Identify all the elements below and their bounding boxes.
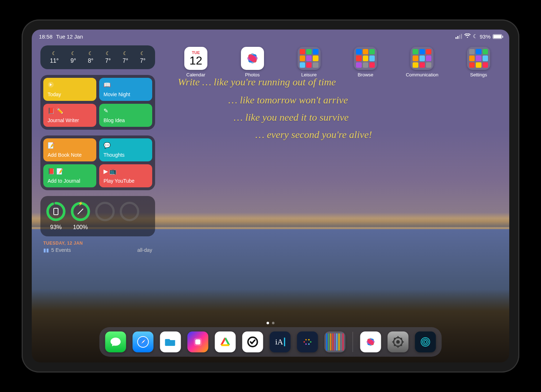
- weather-widget[interactable]: ☾11° ☾9° ☾8° ☾7° ☾7° ☾7°: [40, 45, 155, 69]
- note-icon: 📝: [48, 142, 92, 149]
- run-icon: [48, 81, 92, 88]
- moon-icon: ☾: [105, 50, 111, 56]
- dock-app-agenda[interactable]: [215, 331, 236, 352]
- folder-browse[interactable]: Browse: [349, 47, 382, 77]
- svg-point-35: [396, 340, 400, 344]
- handwriting-line: … every second you're alive!: [255, 129, 372, 141]
- handwriting-line: Write … like you're running out of time: [178, 76, 336, 88]
- shortcut-thoughts[interactable]: 💬 Thoughts: [99, 138, 152, 161]
- shortcut-label: Play YouTube: [104, 178, 148, 184]
- shortcut-label: Blog Idea: [104, 117, 148, 123]
- shortcut-movie-night[interactable]: 📖 Movie Night: [99, 78, 152, 101]
- shortcut-journal-writer[interactable]: 📕 ✏️ Journal Writer: [43, 104, 96, 127]
- weather-hour: ☾9°: [71, 50, 76, 64]
- svg-point-2: [48, 203, 64, 220]
- shortcut-blog-idea[interactable]: ✎ Blog Idea: [99, 104, 152, 127]
- shortcut-label: Thoughts: [104, 152, 148, 158]
- shortcut-label: Today: [48, 92, 92, 97]
- dock-app-ia-writer[interactable]: iA: [270, 331, 291, 352]
- svg-point-46: [424, 340, 427, 343]
- weather-temp: 7°: [140, 58, 145, 64]
- weather-hour: ☾11°: [50, 50, 58, 64]
- folder-icon: [354, 47, 377, 70]
- dock-recent-touchid[interactable]: [415, 331, 436, 352]
- journal-icon: 📕 📝: [48, 168, 92, 175]
- weather-hour: ☾7°: [140, 50, 145, 64]
- dnd-moon-icon: ☾: [473, 33, 478, 40]
- dock-divider: [353, 332, 353, 352]
- folder-leisure[interactable]: Leisure: [293, 47, 325, 77]
- battery-icon: [493, 34, 502, 39]
- app-photos[interactable]: Photos: [236, 47, 269, 77]
- shortcut-label: Movie Night: [104, 92, 148, 97]
- weather-temp: 11°: [50, 58, 58, 64]
- weather-temp: 7°: [105, 58, 111, 64]
- weather-hour: ☾7°: [105, 50, 111, 64]
- shortcuts-widget: 📝 Add Book Note 💬 Thoughts 📕 📝 Add to Jo…: [40, 135, 155, 190]
- moon-icon: ☾: [140, 50, 145, 56]
- app-label: Photos: [236, 72, 269, 77]
- moon-icon: ☾: [50, 50, 58, 56]
- wifi-icon: [464, 34, 471, 40]
- battery-device-empty: [95, 202, 115, 224]
- svg-point-22: [308, 339, 310, 340]
- home-screen[interactable]: Write … like you're running out of time …: [32, 30, 509, 362]
- weather-temp: 7°: [123, 58, 128, 64]
- svg-point-21: [305, 339, 307, 340]
- book-icon: 📕 ✏️: [48, 107, 92, 114]
- dock-folder[interactable]: [325, 331, 346, 352]
- weather-temp: 8°: [88, 58, 93, 64]
- status-date: Tue 12 Jan: [56, 34, 83, 40]
- svg-point-25: [305, 343, 307, 345]
- moon-icon: ☾: [88, 50, 93, 56]
- folder-icon: [467, 47, 490, 70]
- calendar-allday: all-day: [137, 247, 152, 253]
- battery-percent-label: 93%: [46, 224, 66, 231]
- dock-app-omnifocus[interactable]: [242, 331, 263, 352]
- app-calendar[interactable]: TUE 12 Calendar: [180, 47, 212, 77]
- shortcut-label: Journal Writer: [48, 117, 92, 123]
- edit-icon: ✎: [104, 107, 148, 114]
- dock: iA: [100, 327, 442, 357]
- batteries-widget[interactable]: 93% ⚡ 100%: [40, 196, 155, 236]
- page-indicator[interactable]: [267, 322, 274, 324]
- photos-icon: [241, 47, 264, 70]
- svg-rect-3: [54, 208, 58, 215]
- app-label: Communication: [406, 72, 438, 77]
- svg-point-20: [304, 341, 305, 343]
- page-dot: [272, 322, 274, 324]
- shortcut-label: Add to Journal: [48, 178, 92, 184]
- dock-app-shortcuts[interactable]: [188, 331, 208, 352]
- svg-text:⚡: ⚡: [78, 202, 83, 206]
- app-label: Leisure: [293, 72, 325, 77]
- shortcut-label: Add Book Note: [48, 152, 92, 158]
- weather-hour: ☾7°: [123, 50, 128, 64]
- battery-device-pencil: ⚡ 100%: [71, 202, 90, 231]
- calendar-event-count: 5 Events: [51, 247, 71, 253]
- folder-settings[interactable]: Settings: [462, 47, 495, 77]
- folder-communication[interactable]: Communication: [406, 47, 438, 77]
- handwriting-line: … like tomorrow won't arrive: [228, 94, 348, 106]
- weather-hour: ☾8°: [88, 50, 93, 64]
- dock-app-halide[interactable]: [297, 331, 318, 352]
- app-label: Calendar: [180, 72, 212, 77]
- moon-icon: ☾: [123, 50, 128, 56]
- dock-app-safari[interactable]: [133, 331, 154, 352]
- calendar-widget-heading[interactable]: TUESDAY, 12 JAN: [40, 239, 155, 246]
- dock-recent-settings[interactable]: [388, 331, 409, 352]
- dock-recent-photos[interactable]: [360, 331, 381, 352]
- today-widgets: ☾11° ☾9° ☾8° ☾7° ☾7° ☾7° Today 📖 Movie N…: [40, 45, 155, 253]
- shortcut-play-youtube[interactable]: ▶ 📺 Play YouTube: [99, 164, 152, 187]
- battery-device-empty: [120, 202, 139, 224]
- dock-app-files[interactable]: [160, 331, 181, 352]
- home-app-row: TUE 12 Calendar: [180, 47, 495, 77]
- dock-app-messages[interactable]: [105, 331, 126, 352]
- svg-point-24: [308, 343, 310, 345]
- shortcut-add-book-note[interactable]: 📝 Add Book Note: [43, 138, 96, 161]
- shortcut-today[interactable]: Today: [43, 78, 96, 101]
- svg-point-45: [423, 339, 428, 345]
- play-icon: ▶ 📺: [104, 168, 148, 175]
- calendar-widget-row[interactable]: ▮▮5 Events all-day: [40, 246, 155, 253]
- shortcut-add-to-journal[interactable]: 📕 📝 Add to Journal: [43, 164, 96, 187]
- shortcuts-widget: Today 📖 Movie Night 📕 ✏️ Journal Writer …: [40, 75, 155, 130]
